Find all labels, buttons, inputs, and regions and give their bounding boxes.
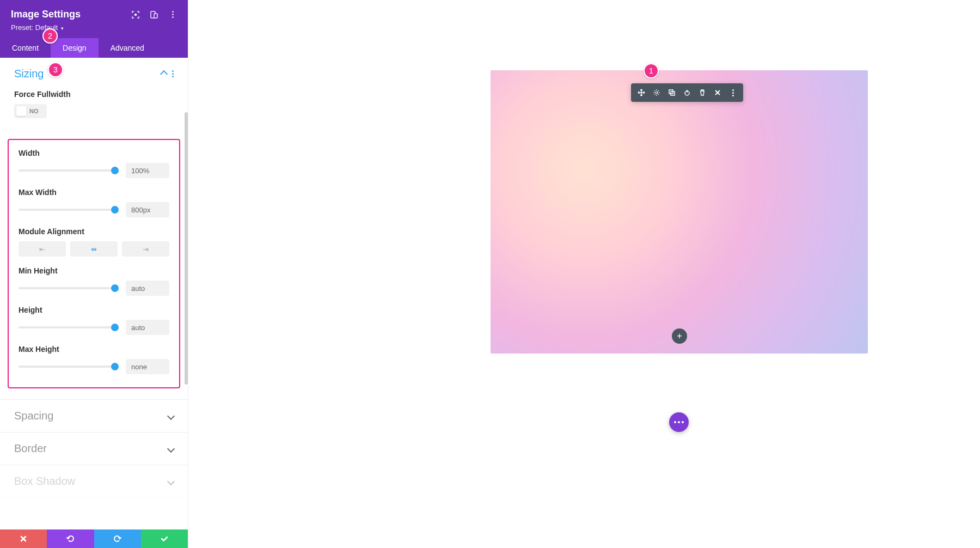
height-slider[interactable] <box>19 322 115 333</box>
annotation-badge-2: 2 <box>42 28 58 44</box>
section-sizing: Sizing Force Fullwidth NO <box>0 58 188 400</box>
max-height-slider[interactable] <box>19 361 115 372</box>
section-sizing-header[interactable]: Sizing <box>0 58 188 90</box>
section-box-shadow: Box Shadow <box>0 465 188 498</box>
align-right-button[interactable]: ⇥ <box>122 241 169 257</box>
editor-canvas[interactable]: + 1 <box>188 0 980 548</box>
width-slider[interactable] <box>19 165 115 176</box>
force-fullwidth-toggle[interactable]: NO <box>14 104 47 118</box>
max-width-label: Max Width <box>19 188 169 197</box>
control-force-fullwidth: Force Fullwidth NO <box>14 90 174 118</box>
section-border: Border <box>0 433 188 465</box>
tabs: Content Design Advanced <box>0 38 188 58</box>
save-button[interactable] <box>141 529 188 548</box>
panel-title: Image Settings <box>11 9 81 20</box>
duplicate-icon[interactable] <box>668 89 676 96</box>
more-icon[interactable] <box>168 10 177 19</box>
more-icon[interactable] <box>729 89 737 96</box>
max-height-input[interactable]: none <box>126 359 169 374</box>
close-icon[interactable] <box>714 89 721 96</box>
responsive-icon[interactable] <box>150 10 158 19</box>
tab-design[interactable]: Design <box>51 38 99 58</box>
footer-actions <box>0 529 188 548</box>
section-spacing-header[interactable]: Spacing <box>0 400 188 432</box>
section-more-icon[interactable] <box>172 70 174 77</box>
width-input[interactable]: 100% <box>126 163 169 178</box>
max-width-slider[interactable] <box>19 204 115 215</box>
align-left-icon: ⇤ <box>39 245 45 253</box>
trash-icon[interactable] <box>699 89 706 96</box>
svg-rect-2 <box>154 14 157 18</box>
chevron-down-icon <box>168 477 174 486</box>
chevron-down-icon <box>168 411 174 421</box>
scrollbar[interactable] <box>185 112 188 385</box>
height-label: Height <box>19 306 169 314</box>
section-spacing: Spacing <box>0 400 188 433</box>
module-toolbar <box>631 83 743 102</box>
preset-selector[interactable]: Preset: Default ▾ <box>11 23 177 32</box>
settings-sidebar: Image Settings Preset: Default ▾ Content… <box>0 0 188 548</box>
min-height-slider[interactable] <box>19 283 115 294</box>
cancel-button[interactable] <box>0 529 47 548</box>
section-box-shadow-header[interactable]: Box Shadow <box>0 465 188 497</box>
dots-icon <box>674 421 684 423</box>
svg-point-3 <box>656 92 658 94</box>
align-left-button[interactable]: ⇤ <box>19 241 66 257</box>
annotation-badge-1: 1 <box>644 63 659 78</box>
chevron-down-icon: ▾ <box>61 26 64 31</box>
highlighted-controls: Width 100% Max Width 800px <box>8 139 180 388</box>
height-input[interactable]: auto <box>126 320 169 335</box>
max-width-input[interactable]: 800px <box>126 202 169 217</box>
toggle-knob <box>16 106 26 116</box>
panel-header: Image Settings Preset: Default ▾ <box>0 0 188 38</box>
align-center-button[interactable]: ⇹ <box>70 241 118 257</box>
max-height-label: Max Height <box>19 345 169 354</box>
gear-icon[interactable] <box>653 89 660 96</box>
undo-button[interactable] <box>47 529 94 548</box>
section-border-header[interactable]: Border <box>0 433 188 465</box>
image-module[interactable] <box>491 70 868 354</box>
add-module-button[interactable]: + <box>672 328 687 344</box>
focus-icon[interactable] <box>131 10 140 19</box>
plus-icon: + <box>677 331 682 341</box>
page-settings-fab[interactable] <box>669 412 689 432</box>
align-right-icon: ⇥ <box>143 245 149 253</box>
svg-point-0 <box>135 14 137 15</box>
redo-button[interactable] <box>94 529 141 548</box>
panel-body: Sizing Force Fullwidth NO <box>0 58 188 548</box>
power-icon[interactable] <box>683 89 691 96</box>
tab-content[interactable]: Content <box>0 38 51 58</box>
tab-advanced[interactable]: Advanced <box>99 38 156 58</box>
min-height-input[interactable]: auto <box>126 281 169 296</box>
move-icon[interactable] <box>638 89 645 96</box>
annotation-badge-3: 3 <box>48 62 63 77</box>
chevron-down-icon <box>168 444 174 454</box>
align-center-icon: ⇹ <box>91 245 97 253</box>
chevron-up-icon <box>161 69 167 78</box>
min-height-label: Min Height <box>19 266 169 275</box>
width-label: Width <box>19 149 169 157</box>
module-alignment-label: Module Alignment <box>19 227 169 236</box>
